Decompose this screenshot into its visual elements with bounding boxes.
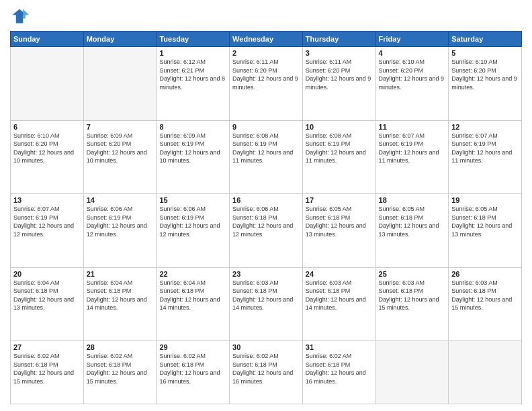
calendar-cell-1-7: 5Sunrise: 6:10 AMSunset: 6:20 PMDaylight… [449, 47, 522, 121]
day-info: Sunrise: 6:06 AMSunset: 6:18 PMDaylight:… [232, 205, 300, 238]
weekday-header-friday: Friday [375, 32, 449, 47]
calendar-cell-1-4: 2Sunrise: 6:11 AMSunset: 6:20 PMDaylight… [230, 47, 303, 121]
day-number: 13 [13, 196, 81, 204]
day-number: 7 [87, 123, 154, 131]
day-number: 25 [379, 270, 446, 278]
weekday-header-sunday: Sunday [11, 32, 84, 47]
header [10, 7, 522, 26]
day-info: Sunrise: 6:09 AMSunset: 6:19 PMDaylight:… [159, 132, 226, 165]
logo-icon [10, 7, 29, 26]
day-number: 12 [451, 123, 519, 131]
calendar-cell-2-5: 10Sunrise: 6:08 AMSunset: 6:19 PMDayligh… [302, 120, 375, 194]
calendar-table: SundayMondayTuesdayWednesdayThursdayFrid… [10, 31, 522, 404]
day-number: 4 [379, 49, 446, 57]
day-number: 24 [306, 270, 373, 278]
day-number: 14 [87, 196, 154, 204]
day-info: Sunrise: 6:10 AMSunset: 6:20 PMDaylight:… [451, 58, 519, 91]
day-number: 5 [451, 49, 519, 57]
calendar-cell-5-5: 31Sunrise: 6:02 AMSunset: 6:18 PMDayligh… [302, 341, 375, 404]
calendar-cell-1-6: 4Sunrise: 6:10 AMSunset: 6:20 PMDaylight… [375, 47, 449, 121]
day-info: Sunrise: 6:02 AMSunset: 6:18 PMDaylight:… [159, 352, 226, 385]
day-info: Sunrise: 6:04 AMSunset: 6:18 PMDaylight:… [87, 279, 154, 312]
day-info: Sunrise: 6:02 AMSunset: 6:18 PMDaylight:… [87, 352, 154, 385]
weekday-header-thursday: Thursday [302, 32, 375, 47]
calendar-cell-2-1: 6Sunrise: 6:10 AMSunset: 6:20 PMDaylight… [11, 120, 84, 194]
day-number: 6 [13, 123, 81, 131]
day-info: Sunrise: 6:12 AMSunset: 6:21 PMDaylight:… [159, 58, 226, 91]
day-info: Sunrise: 6:04 AMSunset: 6:18 PMDaylight:… [13, 279, 81, 312]
calendar-cell-1-5: 3Sunrise: 6:11 AMSunset: 6:20 PMDaylight… [302, 47, 375, 121]
calendar-cell-5-1: 27Sunrise: 6:02 AMSunset: 6:18 PMDayligh… [11, 341, 84, 404]
page: SundayMondayTuesdayWednesdayThursdayFrid… [0, 0, 532, 411]
day-info: Sunrise: 6:05 AMSunset: 6:18 PMDaylight:… [451, 205, 519, 238]
calendar-cell-3-2: 14Sunrise: 6:06 AMSunset: 6:19 PMDayligh… [83, 194, 157, 268]
day-number: 9 [232, 123, 300, 131]
calendar-cell-3-4: 16Sunrise: 6:06 AMSunset: 6:18 PMDayligh… [230, 194, 303, 268]
calendar-cell-3-3: 15Sunrise: 6:06 AMSunset: 6:19 PMDayligh… [157, 194, 230, 268]
calendar-cell-4-4: 23Sunrise: 6:03 AMSunset: 6:18 PMDayligh… [230, 267, 303, 341]
day-info: Sunrise: 6:07 AMSunset: 6:19 PMDaylight:… [379, 132, 446, 165]
calendar-cell-3-6: 18Sunrise: 6:05 AMSunset: 6:18 PMDayligh… [375, 194, 449, 268]
day-number: 23 [232, 270, 300, 278]
calendar-cell-4-7: 26Sunrise: 6:03 AMSunset: 6:18 PMDayligh… [449, 267, 522, 341]
day-info: Sunrise: 6:02 AMSunset: 6:18 PMDaylight:… [232, 352, 300, 385]
calendar-cell-4-1: 20Sunrise: 6:04 AMSunset: 6:18 PMDayligh… [11, 267, 84, 341]
day-number: 8 [159, 123, 226, 131]
calendar-cell-2-3: 8Sunrise: 6:09 AMSunset: 6:19 PMDaylight… [157, 120, 230, 194]
day-number: 31 [306, 343, 373, 351]
day-info: Sunrise: 6:03 AMSunset: 6:18 PMDaylight:… [306, 279, 373, 312]
day-number: 20 [13, 270, 81, 278]
day-number: 21 [87, 270, 154, 278]
day-number: 18 [379, 196, 446, 204]
calendar-cell-4-5: 24Sunrise: 6:03 AMSunset: 6:18 PMDayligh… [302, 267, 375, 341]
week-row-3: 13Sunrise: 6:07 AMSunset: 6:19 PMDayligh… [11, 194, 522, 268]
calendar-cell-5-3: 29Sunrise: 6:02 AMSunset: 6:18 PMDayligh… [157, 341, 230, 404]
day-info: Sunrise: 6:06 AMSunset: 6:19 PMDaylight:… [87, 205, 154, 238]
day-number: 15 [159, 196, 226, 204]
day-info: Sunrise: 6:11 AMSunset: 6:20 PMDaylight:… [232, 58, 300, 91]
day-number: 1 [159, 49, 226, 57]
week-row-5: 27Sunrise: 6:02 AMSunset: 6:18 PMDayligh… [11, 341, 522, 404]
weekday-header-tuesday: Tuesday [157, 32, 230, 47]
weekday-header-wednesday: Wednesday [230, 32, 303, 47]
day-number: 11 [379, 123, 446, 131]
day-info: Sunrise: 6:07 AMSunset: 6:19 PMDaylight:… [13, 205, 81, 238]
day-number: 29 [159, 343, 226, 351]
day-info: Sunrise: 6:11 AMSunset: 6:20 PMDaylight:… [306, 58, 373, 91]
svg-marker-1 [23, 9, 29, 19]
calendar-cell-2-4: 9Sunrise: 6:08 AMSunset: 6:19 PMDaylight… [230, 120, 303, 194]
weekday-header-saturday: Saturday [449, 32, 522, 47]
day-number: 16 [232, 196, 300, 204]
day-number: 22 [159, 270, 226, 278]
day-number: 2 [232, 49, 300, 57]
day-info: Sunrise: 6:03 AMSunset: 6:18 PMDaylight:… [379, 279, 446, 312]
calendar-cell-1-1 [11, 47, 84, 121]
day-info: Sunrise: 6:08 AMSunset: 6:19 PMDaylight:… [232, 132, 300, 165]
week-row-4: 20Sunrise: 6:04 AMSunset: 6:18 PMDayligh… [11, 267, 522, 341]
day-number: 10 [306, 123, 373, 131]
day-info: Sunrise: 6:05 AMSunset: 6:18 PMDaylight:… [379, 205, 446, 238]
calendar-cell-5-7 [449, 341, 522, 404]
day-number: 19 [451, 196, 519, 204]
day-info: Sunrise: 6:06 AMSunset: 6:19 PMDaylight:… [159, 205, 226, 238]
calendar-cell-3-5: 17Sunrise: 6:05 AMSunset: 6:18 PMDayligh… [302, 194, 375, 268]
calendar-cell-4-6: 25Sunrise: 6:03 AMSunset: 6:18 PMDayligh… [375, 267, 449, 341]
day-info: Sunrise: 6:07 AMSunset: 6:19 PMDaylight:… [451, 132, 519, 165]
calendar-cell-5-6 [375, 341, 449, 404]
day-number: 27 [13, 343, 81, 351]
day-info: Sunrise: 6:03 AMSunset: 6:18 PMDaylight:… [232, 279, 300, 312]
day-info: Sunrise: 6:02 AMSunset: 6:18 PMDaylight:… [13, 352, 81, 385]
weekday-header-row: SundayMondayTuesdayWednesdayThursdayFrid… [11, 32, 522, 47]
day-info: Sunrise: 6:10 AMSunset: 6:20 PMDaylight:… [13, 132, 81, 165]
logo [10, 7, 32, 26]
calendar-cell-3-1: 13Sunrise: 6:07 AMSunset: 6:19 PMDayligh… [11, 194, 84, 268]
day-number: 17 [306, 196, 373, 204]
day-info: Sunrise: 6:05 AMSunset: 6:18 PMDaylight:… [306, 205, 373, 238]
calendar-cell-2-6: 11Sunrise: 6:07 AMSunset: 6:19 PMDayligh… [375, 120, 449, 194]
day-info: Sunrise: 6:10 AMSunset: 6:20 PMDaylight:… [379, 58, 446, 91]
day-info: Sunrise: 6:02 AMSunset: 6:18 PMDaylight:… [306, 352, 373, 385]
day-info: Sunrise: 6:04 AMSunset: 6:18 PMDaylight:… [159, 279, 226, 312]
day-number: 26 [451, 270, 519, 278]
calendar-cell-2-2: 7Sunrise: 6:09 AMSunset: 6:20 PMDaylight… [83, 120, 157, 194]
calendar-cell-4-2: 21Sunrise: 6:04 AMSunset: 6:18 PMDayligh… [83, 267, 157, 341]
